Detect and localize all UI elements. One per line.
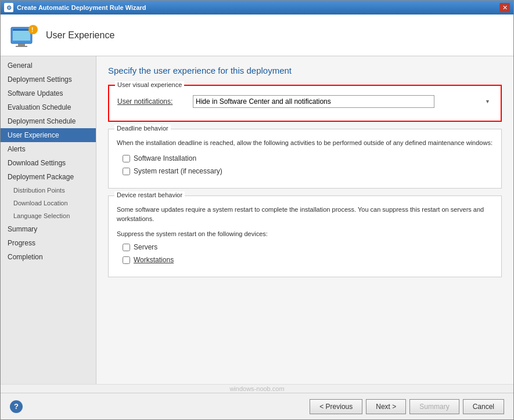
sidebar: General Deployment Settings Software Upd… [1,56,96,384]
sidebar-item-software-updates[interactable]: Software Updates [1,86,96,100]
cancel-button[interactable]: Cancel [463,399,504,414]
system-restart-checkbox[interactable] [123,168,130,175]
sidebar-item-deployment-package[interactable]: Deployment Package [1,170,96,184]
sidebar-item-completion[interactable]: Completion [1,250,96,264]
window-title: Create Automatic Deployment Rule Wizard [17,4,146,11]
footer-left: ? [10,400,23,413]
system-restart-row: System restart (if necessary) [123,167,493,175]
sidebar-item-deployment-schedule[interactable]: Deployment Schedule [1,114,96,128]
servers-label: Servers [134,243,157,251]
deadline-behavior-section: Deadline behavior When the installation … [108,129,502,189]
user-notifications-label: User notifications: [117,97,187,106]
main-area: General Deployment Settings Software Upd… [1,56,513,384]
servers-checkbox[interactable] [123,244,130,251]
sidebar-item-progress[interactable]: Progress [1,236,96,250]
deadline-behavior-label: Deadline behavior [114,125,171,132]
user-notifications-select-wrapper: Display in Software Center and show all … [193,95,493,108]
window-icon: ⚙ [4,3,13,12]
sidebar-item-general[interactable]: General [1,59,96,73]
svg-rect-4 [16,46,27,47]
svg-rect-3 [18,44,25,46]
watermark-text: windows-noob.com [229,385,284,392]
workstations-row: Workstations [123,256,493,264]
user-visual-section-label: User visual experience [115,81,184,88]
help-button[interactable]: ? [10,400,23,413]
deadline-behavior-content: When the installation deadline is reache… [109,129,501,188]
summary-button[interactable]: Summary [409,399,459,414]
user-notifications-row: User notifications: Display in Software … [117,95,493,108]
header-area: ! User Experience [1,15,513,56]
close-button[interactable]: ✕ [499,3,510,12]
next-button[interactable]: Next > [366,399,406,414]
title-bar-left: ⚙ Create Automatic Deployment Rule Wizar… [4,3,146,12]
sidebar-item-alerts[interactable]: Alerts [1,142,96,156]
device-restart-content: Some software updates require a system r… [109,196,501,277]
content-area: Specify the user experience for this dep… [96,56,513,384]
sidebar-item-download-settings[interactable]: Download Settings [1,156,96,170]
footer-watermark: windows-noob.com [1,384,513,393]
header-title: User Experience [46,30,114,41]
user-visual-section: User visual experience User notification… [108,85,502,122]
system-restart-label: System restart (if necessary) [134,167,222,175]
sidebar-item-download-location[interactable]: Download Location [1,197,96,209]
sidebar-item-distribution-points[interactable]: Distribution Points [1,184,96,197]
software-installation-checkbox[interactable] [123,155,130,162]
previous-button[interactable]: < Previous [310,399,362,414]
svg-text:!: ! [31,27,33,33]
header-icon: ! [10,21,38,49]
sidebar-item-deployment-settings[interactable]: Deployment Settings [1,73,96,86]
user-notifications-select[interactable]: Display in Software Center and show all … [193,95,434,108]
footer-area: ? < Previous Next > Summary Cancel [1,393,513,419]
sidebar-item-language-selection[interactable]: Language Selection [1,209,96,222]
sidebar-item-evaluation-schedule[interactable]: Evaluation Schedule [1,100,96,114]
wizard-window: ⚙ Create Automatic Deployment Rule Wizar… [0,0,514,420]
software-installation-label: Software Installation [134,154,196,162]
device-restart-section-label: Device restart behavior [114,191,185,198]
workstations-checkbox[interactable] [123,256,130,264]
software-installation-row: Software Installation [123,154,493,162]
svg-rect-2 [13,29,30,31]
servers-row: Servers [123,243,493,251]
sidebar-item-user-experience[interactable]: User Experience [1,128,96,142]
page-title: Specify the user experience for this dep… [108,66,502,75]
deadline-behavior-desc: When the installation deadline is reache… [117,139,493,147]
device-restart-section: Device restart behavior Some software up… [108,195,502,277]
title-bar: ⚙ Create Automatic Deployment Rule Wizar… [1,1,513,15]
suppress-label: Suppress the system restart on the follo… [117,230,493,237]
device-restart-desc1: Some software updates require a system r… [117,205,493,223]
footer-right: < Previous Next > Summary Cancel [310,399,504,414]
sidebar-item-summary[interactable]: Summary [1,222,96,236]
workstations-label: Workstations [134,256,174,264]
user-visual-section-content: User notifications: Display in Software … [109,86,501,121]
